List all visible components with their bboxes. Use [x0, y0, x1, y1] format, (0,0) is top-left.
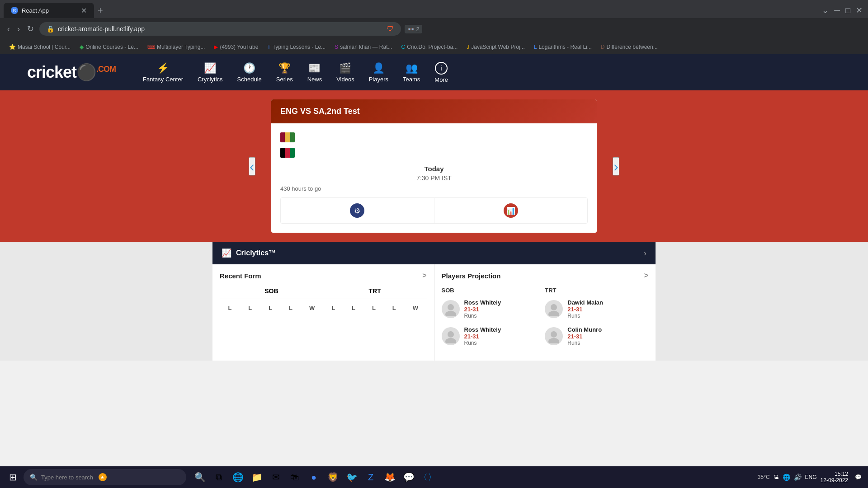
bookmark-typing[interactable]: T Typing Lessons - Le... — [264, 43, 329, 51]
bookmark-masai[interactable]: ⭐ Masai School | Cour... — [5, 43, 74, 51]
fantasy-action-button[interactable]: ⚙ — [281, 198, 434, 223]
bookmark-multiplayer[interactable]: ⌨ Multiplayer Typing... — [144, 43, 209, 51]
notification-center-button[interactable]: 💬 — [852, 471, 864, 483]
recent-form-label: Recent Form — [220, 272, 261, 280]
nav-cryclytics[interactable]: 📈 Cryclytics — [198, 62, 223, 83]
prev-match-button[interactable]: ‹ — [249, 157, 255, 175]
players-projection-header: Players Projection > — [442, 272, 649, 280]
site-header: cricket⚫.COM ⚡ Fantasy Center 📈 Cryclyti… — [0, 54, 868, 90]
sob-results: L L L L W — [220, 305, 323, 311]
bookmark-online-courses[interactable]: ◆ Online Courses - Le... — [76, 43, 142, 51]
series-icon: 🏆 — [278, 62, 291, 74]
news-icon: 📰 — [308, 62, 321, 74]
taskbar-task-view[interactable]: ⧉ — [211, 469, 227, 485]
nav-schedule[interactable]: 🕐 Schedule — [237, 62, 262, 83]
players-projection-panel: Players Projection > SOB — [434, 264, 656, 361]
players-label: Players — [369, 76, 388, 83]
nav-teams[interactable]: 👥 Teams — [403, 62, 420, 83]
bookmark-salman[interactable]: S salman khan — Rat... — [331, 43, 396, 51]
tab-bar: R React App ✕ + ⌄ ─ □ ✕ — [0, 0, 868, 18]
nav-players[interactable]: 👤 Players — [369, 62, 388, 83]
new-tab-button[interactable]: + — [94, 4, 107, 18]
sob-projection-team: SOB Ross Whitely 21-31 — [442, 287, 545, 353]
team1-flag — [280, 132, 295, 142]
taskbar-store[interactable]: 🛍 — [287, 469, 303, 485]
active-tab[interactable]: R React App ✕ — [4, 3, 94, 18]
nav-fantasy-center[interactable]: ⚡ Fantasy Center — [143, 62, 183, 83]
back-button[interactable]: ‹ — [5, 23, 12, 36]
brave-shield-icon: 🛡 — [387, 25, 394, 33]
taskbar-twitter[interactable]: 🐦 — [344, 469, 360, 485]
trt-player-1-avatar — [545, 300, 563, 318]
taskbar-zoom[interactable]: Z — [363, 469, 379, 485]
close-button[interactable]: ✕ — [854, 4, 864, 17]
cortana-badge: ★ — [99, 473, 107, 481]
match-card: ENG VS SA,2nd Test — [271, 99, 597, 233]
tab-list-button[interactable]: ⌄ — [820, 4, 830, 17]
recent-form-panel: Recent Form > SOB TRT L L L — [212, 264, 434, 361]
sob-result-3: L — [269, 305, 272, 311]
svg-point-2 — [448, 331, 454, 338]
sob-player-2-type: Runs — [464, 340, 501, 346]
site-wrapper: cricket⚫.COM ⚡ Fantasy Center 📈 Cryclyti… — [0, 54, 868, 361]
start-button[interactable]: ⊞ — [4, 468, 22, 486]
taskbar-right-area: 35°C 🌤 🌐 🔊 ENG 15:12 12-09-2022 💬 — [758, 471, 864, 483]
trt-result-4: L — [392, 305, 396, 311]
taskbar-chrome[interactable]: ● — [306, 469, 322, 485]
nav-news[interactable]: 📰 News — [307, 62, 322, 83]
match-countdown: 430 hours to go — [280, 185, 588, 192]
bookmark-js[interactable]: J JavaScript Web Proj... — [463, 43, 528, 51]
bookmark-crio[interactable]: C Crio.Do: Project-ba... — [398, 43, 462, 51]
taskbar-search-icon: 🔍 — [30, 474, 38, 481]
minimize-button[interactable]: ─ — [832, 4, 842, 17]
taskbar-firefox[interactable]: 🦊 — [382, 469, 398, 485]
address-bar[interactable]: 🔒 cricket-aromatic-pull.netlify.app 🛡 — [39, 22, 401, 36]
taskbar-search-app[interactable]: 🔍 — [192, 469, 208, 485]
more-icon: i — [435, 62, 448, 75]
bookmark-youtube[interactable]: ▶ (4993) YouTube — [210, 43, 262, 51]
sob-player-1: Ross Whitely 21-31 Runs — [442, 299, 545, 319]
taskbar-explorer[interactable]: 📁 — [249, 469, 265, 485]
series-label: Series — [276, 76, 293, 83]
reload-button[interactable]: ↻ — [25, 22, 36, 36]
trt-player-2: Colin Munro 21-31 Runs — [545, 326, 648, 346]
bookmark-log[interactable]: L Logarithms - Real Li... — [530, 43, 595, 51]
taskbar-edge[interactable]: 🌐 — [230, 469, 246, 485]
taskbar-vscode[interactable]: 〈〉 — [420, 469, 436, 485]
tab-close-button[interactable]: ✕ — [81, 6, 87, 15]
svg-point-6 — [551, 331, 557, 338]
taskbar-search-bar[interactable]: 🔍 Type here to search ★ — [24, 469, 186, 485]
bookmark-diff[interactable]: D Difference between... — [597, 43, 661, 51]
players-projection-link[interactable]: > — [644, 272, 648, 280]
nav-right-area: 👓 2 — [405, 25, 422, 33]
taskbar-mail[interactable]: ✉ — [268, 469, 284, 485]
recent-form-link[interactable]: > — [422, 272, 426, 280]
criclytics-expand-icon[interactable]: › — [644, 249, 646, 258]
next-match-button[interactable]: › — [613, 157, 619, 175]
sob-player-2-info: Ross Whitely 21-31 Runs — [464, 326, 501, 346]
taskbar-whatsapp[interactable]: 💬 — [401, 469, 417, 485]
clock-time: 15:12 — [821, 471, 848, 477]
url-text: cricket-aromatic-pull.netlify.app — [58, 25, 145, 33]
nav-more[interactable]: i More — [434, 62, 448, 83]
maximize-button[interactable]: □ — [844, 4, 852, 17]
sob-result-5: W — [309, 305, 315, 311]
sob-player-1-score: 21-31 — [464, 306, 501, 313]
trt-player-2-name: Colin Munro — [567, 326, 602, 333]
sob-result-4: L — [289, 305, 292, 311]
trt-player-1-info: Dawid Malan 21-31 Runs — [567, 299, 603, 319]
cryclytics-label: Cryclytics — [198, 76, 223, 83]
taskbar-speaker-icon: 🔊 — [794, 474, 802, 481]
stats-action-button[interactable]: 📊 — [434, 198, 588, 223]
trt-player-2-type: Runs — [567, 340, 602, 346]
window-controls: ⌄ ─ □ ✕ — [820, 4, 864, 17]
lock-icon: 🔒 — [47, 25, 54, 33]
taskbar-brave[interactable]: 🦁 — [325, 469, 341, 485]
taskbar: ⊞ 🔍 Type here to search ★ 🔍 ⧉ 🌐 📁 ✉ 🛍 ● … — [0, 466, 868, 488]
nav-videos[interactable]: 🎬 Videos — [336, 62, 354, 83]
forward-button[interactable]: › — [15, 23, 22, 36]
svg-point-5 — [548, 311, 559, 316]
match-title: ENG VS SA,2nd Test — [271, 99, 597, 123]
nav-series[interactable]: 🏆 Series — [276, 62, 293, 83]
sob-team-label: SOB — [264, 287, 278, 295]
